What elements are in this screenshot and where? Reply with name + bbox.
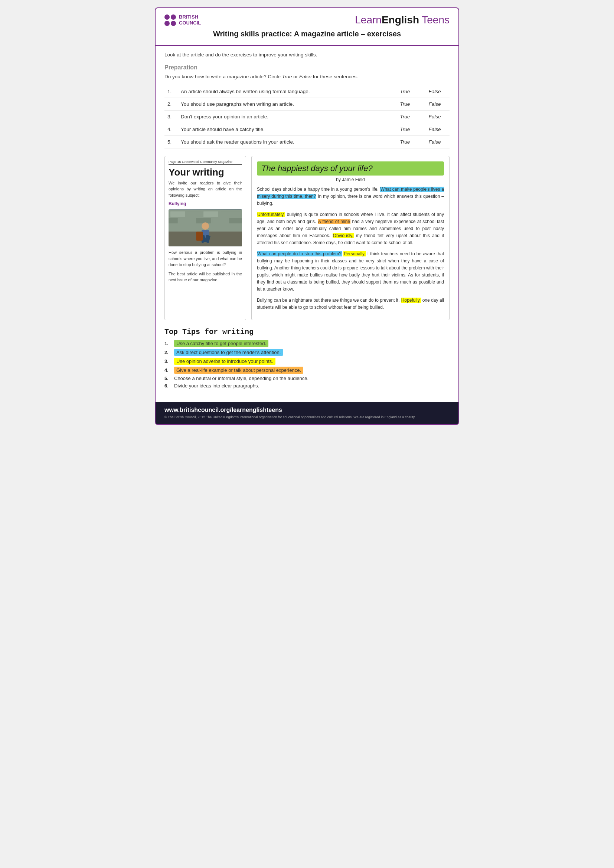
- tip-number: 5.: [164, 375, 171, 381]
- logo-text: BRITISH COUNCIL: [179, 14, 201, 26]
- article-byline: by Jamie Field: [257, 177, 444, 182]
- highlight-yellow-1: Unfortunately,: [257, 212, 285, 217]
- svg-rect-10: [229, 218, 242, 223]
- magazine-topic: Bullying: [169, 201, 242, 206]
- question-num: 1.: [164, 85, 178, 98]
- article-panel: The happiest days of your life? by Jamie…: [251, 156, 450, 320]
- svg-rect-8: [196, 218, 211, 223]
- magazine-best-text: The best article will be published in th…: [169, 271, 242, 283]
- list-item: 5.Choose a neutral or informal style, de…: [164, 375, 450, 381]
- svg-rect-2: [171, 212, 185, 217]
- footer: www.britishcouncil.org/learnenglishteens…: [155, 402, 459, 424]
- question-num: 2.: [164, 98, 178, 111]
- highlight-yellow-3: Personally,: [343, 251, 366, 256]
- magazine-image: [169, 209, 242, 246]
- table-row: 2. You should use paragraphs when writin…: [164, 98, 450, 111]
- svg-rect-3: [187, 212, 202, 217]
- footer-url: www.britishcouncil.org/learnenglishteens: [164, 407, 450, 414]
- highlight-yellow-4: Hopefully,: [401, 298, 421, 303]
- logo-dot-1: [164, 14, 170, 20]
- tip-text: Divide your ideas into clear paragraphs.: [174, 383, 259, 389]
- question-text: You should ask the reader questions in y…: [178, 136, 390, 149]
- article-title: The happiest days of your life?: [257, 161, 444, 175]
- question-num: 5.: [164, 136, 178, 149]
- question-num: 3.: [164, 111, 178, 123]
- list-item: 2.Ask direct questions to get the reader…: [164, 349, 450, 356]
- svg-rect-5: [220, 212, 240, 217]
- true-option[interactable]: True: [390, 123, 420, 136]
- svg-rect-6: [169, 218, 178, 223]
- tips-title: Top Tips for writing: [164, 328, 450, 336]
- tip-text: Give a real-life example or talk about p…: [174, 367, 303, 374]
- true-option[interactable]: True: [390, 111, 420, 123]
- tip-text: Ask direct questions to get the reader's…: [174, 349, 283, 356]
- footer-copyright: © The British Council, 2012 The United K…: [164, 415, 450, 420]
- svg-rect-4: [203, 212, 218, 217]
- tip-number: 3.: [164, 358, 171, 364]
- list-item: 6.Divide your ideas into clear paragraph…: [164, 383, 450, 389]
- false-option[interactable]: False: [420, 111, 450, 123]
- content-area: Look at the article and do the exercises…: [155, 46, 459, 396]
- magazine-serious-text: How serious a problem is bullying in sch…: [169, 250, 242, 268]
- magazine-page-label: Page 16 Greenwood Community Magazine: [169, 160, 242, 165]
- question-text: An article should always be written usin…: [178, 85, 390, 98]
- true-option[interactable]: True: [390, 98, 420, 111]
- svg-point-11: [202, 222, 209, 230]
- table-row: 1. An article should always be written u…: [164, 85, 450, 98]
- tip-text: Use a catchy title to get people interes…: [174, 340, 268, 347]
- learn-english-logo: LearnEnglish Teens: [355, 14, 450, 26]
- logo-dot-4: [171, 21, 176, 26]
- british-council-logo: BRITISH COUNCIL: [164, 14, 201, 26]
- svg-rect-15: [196, 232, 203, 241]
- true-option[interactable]: True: [390, 136, 420, 149]
- article-para-3: What can people do to stop this problem?…: [257, 251, 444, 293]
- tip-number: 2.: [164, 350, 171, 355]
- preparation-heading: Preparation: [164, 64, 450, 71]
- logo-dot-2: [171, 14, 176, 20]
- question-num: 4.: [164, 123, 178, 136]
- list-item: 1.Use a catchy title to get people inter…: [164, 340, 450, 347]
- tip-number: 1.: [164, 341, 171, 346]
- page: BRITISH COUNCIL LearnEnglish Teens Writi…: [155, 8, 459, 425]
- exercise-table: 1. An article should always be written u…: [164, 85, 450, 149]
- false-option[interactable]: False: [420, 123, 450, 136]
- table-row: 4. Your article should have a catchy tit…: [164, 123, 450, 136]
- intro-text: Look at the article and do the exercises…: [164, 52, 450, 57]
- highlight-blue-1: What can make people's lives a misery du…: [257, 187, 444, 199]
- question-text: You should use paragraphs when writing a…: [178, 98, 390, 111]
- article-para-1: School days should be a happy time in a …: [257, 186, 444, 208]
- article-para-2: Unfortunately, bullying is quite common …: [257, 211, 444, 247]
- logo-dot-3: [164, 21, 170, 26]
- highlight-yellow-2: Obviously,: [333, 233, 354, 238]
- question-text: Don't express your opinion in an article…: [178, 111, 390, 123]
- list-item: 4.Give a real-life example or talk about…: [164, 367, 450, 374]
- tips-section: Top Tips for writing 1.Use a catchy titl…: [164, 328, 450, 389]
- false-option[interactable]: False: [420, 85, 450, 98]
- tip-text: Choose a neutral or informal style, depe…: [174, 375, 309, 381]
- magazine-left-panel: Page 16 Greenwood Community Magazine You…: [164, 156, 246, 320]
- false-option[interactable]: False: [420, 136, 450, 149]
- false-option[interactable]: False: [420, 98, 450, 111]
- your-writing-heading: Your writing: [169, 167, 242, 178]
- tips-list: 1.Use a catchy title to get people inter…: [164, 340, 450, 389]
- page-title: Writing skills practice: A magazine arti…: [164, 28, 450, 41]
- table-row: 5. You should ask the reader questions i…: [164, 136, 450, 149]
- article-para-4: Bullying can be a nightmare but there ar…: [257, 297, 444, 311]
- list-item: 3.Use opinion adverbs to introduce your …: [164, 358, 450, 365]
- preparation-instruction: Do you know how to write a magazine arti…: [164, 74, 450, 79]
- svg-rect-7: [180, 218, 194, 223]
- magazine-section: Page 16 Greenwood Community Magazine You…: [164, 156, 450, 320]
- question-text: Your article should have a catchy title.: [178, 123, 390, 136]
- tip-text: Use opinion adverbs to introduce your po…: [174, 358, 276, 365]
- svg-rect-9: [213, 218, 228, 223]
- highlight-orange-1: A friend of mine: [318, 219, 351, 224]
- tip-number: 6.: [164, 383, 171, 389]
- magazine-invite-text: We invite our readers to give their opin…: [169, 180, 242, 198]
- header: BRITISH COUNCIL LearnEnglish Teens Writi…: [155, 8, 459, 46]
- logo-dots: [164, 14, 176, 26]
- highlight-blue-2: What can people do to stop this problem?: [257, 251, 342, 256]
- tip-number: 4.: [164, 367, 171, 373]
- table-row: 3. Don't express your opinion in an arti…: [164, 111, 450, 123]
- true-option[interactable]: True: [390, 85, 420, 98]
